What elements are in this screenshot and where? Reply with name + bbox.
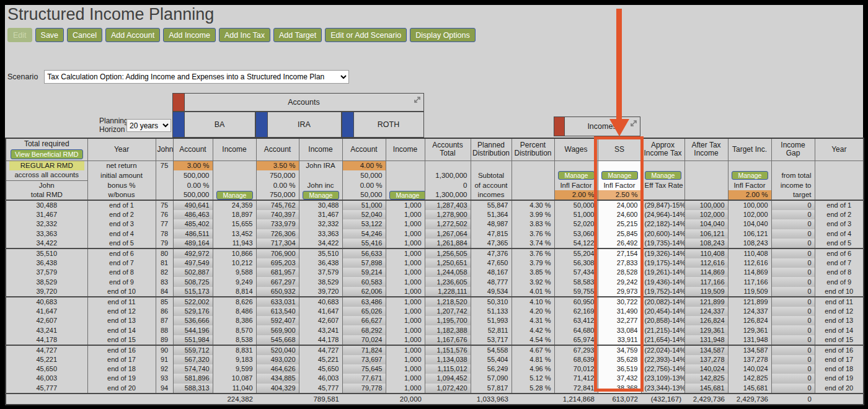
table-cell: end of 3 <box>87 219 156 229</box>
table-cell: 1,167,676 <box>425 335 471 345</box>
col-john: John <box>156 138 173 161</box>
toolbar-button-edit-or-add-scenario[interactable]: Edit or Add Scenario <box>325 28 407 42</box>
toolbar-button-display-options[interactable]: Display Options <box>410 28 476 42</box>
table-cell: 38,529 <box>6 277 87 286</box>
table-cell: 0 <box>771 307 815 316</box>
table-cell: 0 <box>771 297 815 307</box>
table-cell: 93 <box>156 374 173 383</box>
col-roth-account: Account <box>342 138 386 161</box>
table-row: 32,332end of 377485,40215,655733,97932,3… <box>6 219 864 229</box>
table-cell: 142,825 <box>684 374 728 383</box>
app-window: Structured Income Planning EditSaveCance… <box>5 5 863 402</box>
table-cell: 112,616 <box>728 258 771 268</box>
col-total-required: Total required View Beneficial RMD <box>6 138 87 161</box>
table-cell: Manage <box>728 170 771 180</box>
table-cell: 1,236,605 <box>425 277 471 286</box>
view-beneficial-rmd-button[interactable]: View Beneficial RMD <box>11 149 83 159</box>
totals-cell: (432,167) <box>641 394 684 405</box>
table-cell: (21,215)-14% <box>641 325 684 335</box>
roth-wbonus: 50,000 <box>342 190 386 200</box>
planning-horizon-select[interactable]: 20 years <box>126 119 171 132</box>
toolbar-button-cancel[interactable]: Cancel <box>67 28 102 42</box>
accounts-group-color-block <box>173 94 185 111</box>
table-cell: 0 <box>771 287 815 297</box>
toolbar-button-save[interactable]: Save <box>35 28 64 42</box>
table-cell: end of 8 <box>815 268 864 277</box>
table-cell: 124,337 <box>728 307 771 316</box>
table-cell: 1,228,111 <box>425 287 471 297</box>
table-row: 44,178end of 1589551,9848,538545,66844,1… <box>6 335 864 345</box>
table-cell: end of 2 <box>815 210 864 219</box>
toolbar-button-add-inc-tax[interactable]: Add Inc Tax <box>219 28 270 42</box>
table-cell: 70,012 <box>554 364 598 374</box>
table-row: 39,720end of 1084515,1738,814650,93239,7… <box>6 287 864 297</box>
table-row: 37,579end of 882502,8879,588681,95737,57… <box>6 268 864 277</box>
toolbar-button-add-account[interactable]: Add Account <box>105 28 160 42</box>
collapse-accounts-icon[interactable] <box>413 95 422 107</box>
manage-ss-button[interactable]: Manage <box>601 171 639 180</box>
table-cell: 0 <box>771 277 815 286</box>
toolbar-button-edit[interactable]: Edit <box>7 28 32 42</box>
table-cell: 1,000 <box>386 239 425 248</box>
table-cell: 490,641 <box>173 200 213 210</box>
table-cell: 44,727 <box>299 345 342 355</box>
manage-target-button[interactable]: Manage <box>732 171 769 180</box>
table-cell: 100,000 <box>684 200 728 210</box>
table-cell: 27,154 <box>598 248 641 258</box>
col-ira-income: Income <box>299 138 342 161</box>
table-cell: 1,256,505 <box>425 248 471 258</box>
table-cell: 39,720 <box>299 287 342 297</box>
table-cell: end of 14 <box>87 325 156 335</box>
ira-group-color-block <box>256 112 268 137</box>
table-cell: 64,680 <box>554 325 598 335</box>
table-cell <box>213 180 256 190</box>
table-cell: 51,133 <box>471 307 512 316</box>
table-cell: 88 <box>156 325 173 335</box>
table-cell: 54,122 <box>554 239 598 248</box>
manage-roth-income-button[interactable]: Manage <box>389 191 425 200</box>
table-cell: (19,752)-14% <box>641 287 684 297</box>
ba-group-color-block <box>173 112 185 137</box>
table-cell: Manage <box>554 170 598 180</box>
table-cell: 9,183 <box>213 355 256 364</box>
manage-ira-income-button[interactable]: Manage <box>303 191 340 200</box>
table-cell: 0 <box>771 200 815 210</box>
ira-income-name-2: John inc <box>299 180 342 190</box>
table-row: 31,467end of 276486,46318,897740,39731,4… <box>6 210 864 219</box>
manage-wages-button[interactable]: Manage <box>558 171 595 180</box>
table-cell: 1,000 <box>386 325 425 335</box>
collapse-incomes-icon[interactable] <box>629 119 638 130</box>
table-cell: 1,250,651 <box>425 258 471 268</box>
table-cell: 4.54 % <box>512 335 554 345</box>
table-cell: 5.12 % <box>512 374 554 383</box>
eff-tax-rate-label: Eff Tax Rate <box>641 180 684 190</box>
table-cell: 667,297 <box>256 277 299 286</box>
table-cell: 91 <box>156 355 173 364</box>
toolbar-button-add-target[interactable]: Add Target <box>273 28 322 42</box>
table-row: 40,683end of 1185522,0028,626633,03140,6… <box>6 297 864 307</box>
table-cell: (22,756)-14% <box>641 364 684 374</box>
scenario-select[interactable]: Tax Calculation Option: Adding Income an… <box>44 70 349 84</box>
table-cell: 80 <box>156 248 173 258</box>
table-cell: 119,509 <box>684 287 728 297</box>
table-cell: end of 12 <box>87 307 156 316</box>
table-cell: 36,438 <box>6 258 87 268</box>
table-cell: (22,182)-14% <box>641 219 684 229</box>
table-cell: 34,422 <box>299 239 342 248</box>
table-cell: 55,416 <box>342 239 386 248</box>
table-cell <box>471 161 512 170</box>
table-cell: 4.96 % <box>512 364 554 374</box>
toolbar-button-add-income[interactable]: Add Income <box>163 28 216 42</box>
manage-ba-income-button[interactable]: Manage <box>216 191 254 200</box>
table-cell: 56,633 <box>342 248 386 258</box>
table-cell: 47,815 <box>471 229 512 239</box>
manage-tax-button[interactable]: Manage <box>645 171 682 180</box>
table-cell: 44,727 <box>6 345 87 355</box>
table-cell: 5.28 % <box>512 384 554 394</box>
table-cell: 110,408 <box>728 248 771 258</box>
table-cell: 4.42 % <box>512 325 554 335</box>
table-row: 35,510end of 680492,97210,866706,90035,5… <box>6 248 864 258</box>
table-cell: 740,397 <box>256 210 299 219</box>
table-cell: 59,214 <box>342 268 386 277</box>
col-roth-income: Income <box>386 138 425 161</box>
